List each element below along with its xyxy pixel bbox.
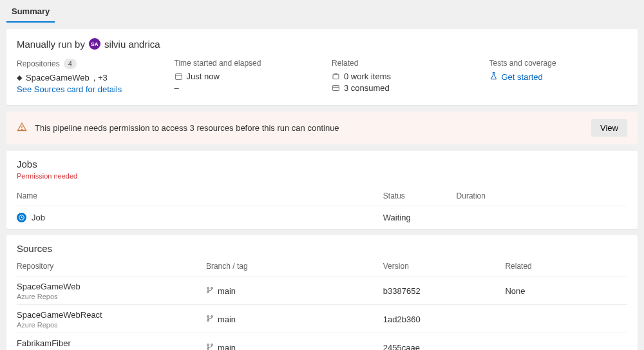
svg-point-13 <box>211 316 213 318</box>
src-col-repo: Repository <box>17 257 206 277</box>
jobs-table: Name Status Duration Job Waiting <box>17 186 627 229</box>
source-related <box>505 333 627 351</box>
run-by-prefix: Manually run by <box>17 39 85 50</box>
svg-point-6 <box>22 130 23 130</box>
svg-point-14 <box>207 344 209 346</box>
col-repositories: Repositories 4 ◆ SpaceGameWeb , +3 See S… <box>17 59 155 95</box>
sources-title: Sources <box>17 243 627 254</box>
job-row[interactable]: Job Waiting <box>17 206 627 229</box>
src-col-related: Related <box>505 257 627 277</box>
src-col-version: Version <box>383 257 506 277</box>
svg-point-11 <box>207 316 209 318</box>
source-version: 1ad2b360 <box>383 305 506 333</box>
source-branch: main <box>218 286 236 296</box>
repo-name: SpaceGameWeb <box>26 73 90 83</box>
repo-more: , +3 <box>93 73 108 83</box>
time-label: Time started and elapsed <box>175 59 313 68</box>
col-time: Time started and elapsed Just now – <box>175 59 313 95</box>
time-value: Just now <box>187 72 220 81</box>
alert-text: This pipeline needs permission to access… <box>35 123 583 133</box>
permission-alert: This pipeline needs permission to access… <box>6 112 638 144</box>
summary-card: Manually run by SA silviu andrica Reposi… <box>6 29 638 105</box>
source-related <box>505 305 627 333</box>
source-row[interactable]: FabrikamFiberAzure Reposmain2455caae <box>17 333 627 351</box>
repo-icon: ◆ <box>17 73 22 82</box>
sources-table: Repository Branch / tag Version Related … <box>17 257 627 350</box>
source-repo-sub: Azure Repos <box>17 293 206 300</box>
run-by-line: Manually run by SA silviu andrica <box>17 38 627 50</box>
branch-icon <box>206 286 214 296</box>
consumed-icon <box>332 84 340 92</box>
svg-rect-3 <box>333 85 339 90</box>
job-duration <box>457 206 627 229</box>
source-row[interactable]: SpaceGameWebReactAzure Reposmain1ad2b360 <box>17 305 627 333</box>
permission-needed: Permission needed <box>17 172 627 180</box>
jobs-col-name: Name <box>17 186 383 206</box>
svg-point-9 <box>207 291 209 293</box>
col-tests: Tests and coverage Get started <box>489 59 628 95</box>
source-branch: main <box>218 343 236 350</box>
repos-label: Repositories <box>17 59 60 68</box>
view-button[interactable]: View <box>591 119 627 137</box>
job-status: Waiting <box>383 206 457 229</box>
avatar: SA <box>89 38 100 50</box>
source-row[interactable]: SpaceGameWebAzure Reposmainb3387652None <box>17 277 627 305</box>
svg-point-15 <box>207 348 209 350</box>
repos-count-badge: 4 <box>64 59 77 69</box>
related-label: Related <box>332 59 470 68</box>
svg-rect-2 <box>333 74 339 79</box>
branch-icon <box>206 315 214 324</box>
warning-icon <box>17 122 27 134</box>
svg-point-12 <box>207 320 209 322</box>
source-version: 2455caae <box>383 333 506 351</box>
source-repo-name: FabrikamFiber <box>17 338 206 348</box>
source-repo-name: SpaceGameWebReact <box>17 310 206 320</box>
col-related: Related 0 work items 3 consumed <box>332 59 470 95</box>
see-sources-link[interactable]: See Sources card for details <box>17 84 155 94</box>
consumed: 3 consumed <box>344 83 390 93</box>
jobs-card: Jobs Permission needed Name Status Durat… <box>6 151 638 229</box>
sources-card: Sources Repository Branch / tag Version … <box>6 235 638 350</box>
workitem-icon <box>332 72 340 81</box>
job-name: Job <box>32 213 45 222</box>
clock-icon <box>17 213 26 222</box>
svg-point-8 <box>207 287 209 289</box>
jobs-title: Jobs <box>17 159 627 170</box>
svg-point-10 <box>211 287 213 289</box>
get-started-link[interactable]: Get started <box>502 72 543 82</box>
source-related: None <box>505 277 627 305</box>
src-col-branch: Branch / tag <box>206 257 383 277</box>
run-by-user: silviu andrica <box>104 39 160 50</box>
source-repo-name: SpaceGameWeb <box>17 282 206 291</box>
branch-icon <box>206 343 214 350</box>
jobs-col-status: Status <box>383 186 457 206</box>
elapsed-value: – <box>175 83 313 93</box>
calendar-icon <box>175 72 183 81</box>
jobs-col-duration: Duration <box>457 186 627 206</box>
work-items: 0 work items <box>344 72 391 81</box>
source-version: b3387652 <box>383 277 506 305</box>
svg-point-16 <box>211 344 213 346</box>
svg-rect-0 <box>175 73 182 79</box>
tab-summary[interactable]: Summary <box>6 0 55 23</box>
beaker-icon <box>489 72 498 82</box>
tests-label: Tests and coverage <box>489 59 628 68</box>
source-repo-sub: Azure Repos <box>17 321 206 329</box>
source-branch: main <box>218 315 236 324</box>
